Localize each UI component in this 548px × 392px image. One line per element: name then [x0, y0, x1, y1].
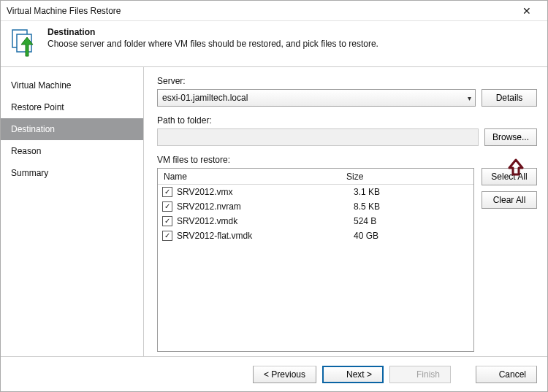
wizard-body: Virtual Machine Restore Point Destinatio… — [1, 66, 547, 356]
file-row[interactable]: ✓SRV2012.vmdk524 B — [158, 214, 473, 228]
file-name: SRV2012.vmx — [175, 187, 349, 197]
wizard-main-panel: Server: esxi-01.jamiltech.local ▾ Detail… — [144, 67, 547, 356]
details-button[interactable]: Details — [482, 89, 537, 107]
files-list-header: Name Size — [158, 169, 473, 185]
path-label: Path to folder: — [157, 115, 537, 126]
files-listbox[interactable]: Name Size ✓SRV2012.vmx3.1 KB✓SRV2012.nvr… — [157, 168, 474, 352]
checkbox-icon[interactable]: ✓ — [162, 216, 172, 226]
file-row[interactable]: ✓SRV2012-flat.vmdk40 GB — [158, 228, 473, 243]
wizard-footer: < Previous Next > Finish Cancel — [1, 356, 547, 391]
files-list-rows: ✓SRV2012.vmx3.1 KB✓SRV2012.nvram8.5 KB✓S… — [158, 185, 473, 351]
browse-button[interactable]: Browse... — [484, 128, 537, 146]
server-select[interactable]: esxi-01.jamiltech.local — [157, 89, 476, 107]
sidebar-item-summary[interactable]: Summary — [1, 162, 143, 184]
file-row[interactable]: ✓SRV2012.nvram8.5 KB — [158, 199, 473, 214]
step-description: Choose server and folder where VM files … — [47, 39, 378, 49]
server-label: Server: — [157, 76, 537, 86]
file-size: 40 GB — [349, 231, 473, 241]
sidebar-item-reason[interactable]: Reason — [1, 140, 143, 162]
files-label: VM files to restore: — [157, 155, 537, 165]
sidebar-item-virtual-machine[interactable]: Virtual Machine — [1, 74, 143, 96]
wizard-header-text: Destination Choose server and folder whe… — [47, 27, 378, 49]
window-title: Virtual Machine Files Restore — [7, 6, 512, 16]
file-size: 8.5 KB — [349, 201, 473, 212]
path-input[interactable] — [157, 128, 479, 146]
finish-button: Finish — [389, 366, 451, 383]
column-size-header[interactable]: Size — [342, 172, 466, 182]
step-title: Destination — [47, 27, 378, 37]
cancel-button[interactable]: Cancel — [476, 366, 537, 383]
previous-button[interactable]: < Previous — [253, 366, 316, 383]
select-all-button[interactable]: Select All — [482, 168, 537, 185]
column-name-header[interactable]: Name — [158, 172, 342, 182]
close-button[interactable]: ✕ — [512, 5, 541, 17]
sidebar-item-destination[interactable]: Destination — [1, 118, 143, 140]
checkbox-icon[interactable]: ✓ — [162, 231, 172, 241]
file-name: SRV2012.nvram — [175, 201, 349, 212]
file-name: SRV2012-flat.vmdk — [175, 231, 349, 241]
checkbox-icon[interactable]: ✓ — [162, 201, 172, 212]
clear-all-button[interactable]: Clear All — [482, 191, 537, 209]
titlebar: Virtual Machine Files Restore ✕ — [1, 1, 547, 21]
wizard-window: Virtual Machine Files Restore ✕ Destinat… — [0, 0, 548, 392]
file-row[interactable]: ✓SRV2012.vmx3.1 KB — [158, 185, 473, 199]
file-size: 524 B — [349, 216, 473, 226]
next-button[interactable]: Next > — [322, 366, 384, 383]
checkbox-icon[interactable]: ✓ — [162, 187, 172, 197]
sidebar-item-restore-point[interactable]: Restore Point — [1, 96, 143, 118]
wizard-header: Destination Choose server and folder whe… — [1, 21, 547, 66]
file-name: SRV2012.vmdk — [175, 216, 349, 226]
restore-files-icon — [9, 28, 39, 58]
file-size: 3.1 KB — [349, 187, 473, 197]
wizard-steps-sidebar: Virtual Machine Restore Point Destinatio… — [1, 67, 144, 356]
